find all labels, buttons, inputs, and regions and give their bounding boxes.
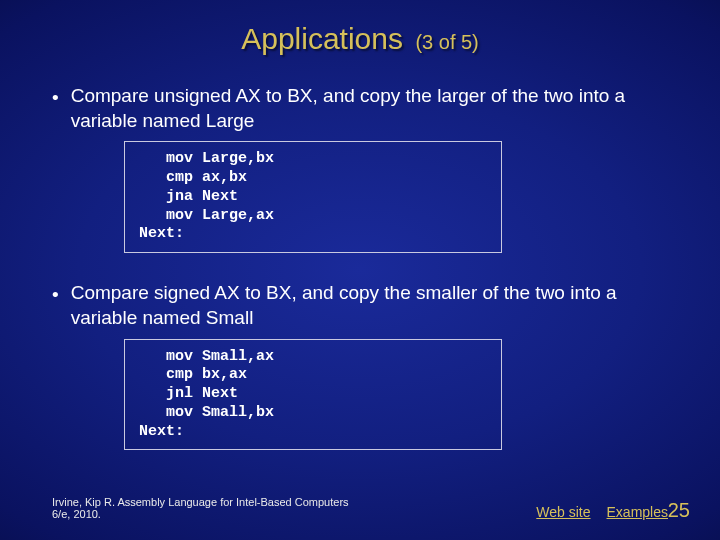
footer-credit: Irvine, Kip R. Assembly Language for Int… (52, 496, 352, 520)
bullet-text: Compare signed AX to BX, and copy the sm… (71, 281, 668, 330)
slide-subtitle: (3 of 5) (415, 31, 478, 53)
code-block: mov Small,ax cmp bx,ax jnl Next mov Smal… (124, 339, 502, 451)
slide-footer: Irvine, Kip R. Assembly Language for Int… (52, 496, 668, 520)
bullet-dot-icon: • (52, 283, 59, 308)
bullet-text: Compare unsigned AX to BX, and copy the … (71, 84, 668, 133)
slide: Applications (3 of 5) • Compare unsigned… (0, 0, 720, 540)
bullet-item: • Compare unsigned AX to BX, and copy th… (52, 84, 668, 133)
footer-links: Web site Examples (536, 504, 668, 520)
slide-number: 25 (668, 499, 690, 522)
website-link[interactable]: Web site (536, 504, 590, 520)
bullet-dot-icon: • (52, 86, 59, 111)
slide-title-row: Applications (3 of 5) (0, 22, 720, 56)
code-block: mov Large,bx cmp ax,bx jna Next mov Larg… (124, 141, 502, 253)
bullet-item: • Compare signed AX to BX, and copy the … (52, 281, 668, 330)
slide-body: • Compare unsigned AX to BX, and copy th… (52, 84, 668, 478)
slide-title: Applications (241, 22, 403, 55)
examples-link[interactable]: Examples (607, 504, 668, 520)
